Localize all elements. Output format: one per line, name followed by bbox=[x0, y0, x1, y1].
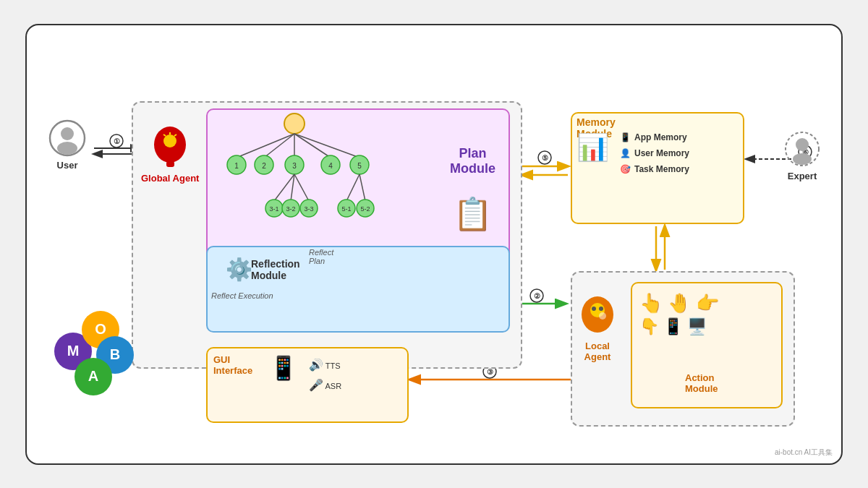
svg-text:3-1: 3-1 bbox=[269, 205, 278, 213]
svg-point-69 bbox=[599, 312, 606, 320]
memory-bars-icon: 📊 bbox=[576, 132, 609, 163]
app-memory-label: App Memory bbox=[634, 132, 687, 142]
svg-text:5: 5 bbox=[357, 162, 362, 170]
svg-line-59 bbox=[346, 174, 359, 201]
user-icon bbox=[48, 119, 86, 157]
svg-line-39 bbox=[294, 134, 359, 158]
local-agent-block: LocalAgent bbox=[575, 293, 620, 363]
reflect-plan-label: ReflectPlan bbox=[309, 248, 333, 265]
svg-point-72 bbox=[796, 138, 809, 151]
local-agent-label: LocalAgent bbox=[584, 341, 611, 363]
svg-point-29 bbox=[163, 134, 176, 147]
gui-phone-icon: 📱 bbox=[269, 354, 298, 382]
user-memory-label: User Memory bbox=[634, 148, 689, 158]
svg-point-15 bbox=[538, 151, 551, 164]
svg-point-2 bbox=[110, 134, 123, 147]
svg-line-36 bbox=[264, 134, 294, 158]
moba-circles: M O B A bbox=[47, 311, 141, 405]
gui-interface-label: GUIInterface bbox=[213, 354, 252, 377]
tts-label: TTS bbox=[326, 361, 341, 370]
global-agent-block: Global Agent bbox=[141, 123, 199, 184]
circle-a: A bbox=[75, 358, 112, 395]
memory-items-list: 📱 App Memory 👤 User Memory 🎯 Task Memory bbox=[620, 132, 689, 174]
watermark: ai-bot.cn AI工具集 bbox=[775, 448, 833, 458]
svg-text:2: 2 bbox=[262, 162, 266, 170]
gui-asr-label: 🎤 ASR bbox=[309, 378, 341, 392]
svg-text:1: 1 bbox=[234, 162, 239, 170]
svg-text:②: ② bbox=[534, 292, 540, 300]
svg-text:③: ③ bbox=[487, 368, 493, 376]
svg-point-68 bbox=[599, 307, 603, 311]
memory-app: 📱 App Memory bbox=[620, 132, 689, 142]
global-agent-label: Global Agent bbox=[141, 173, 199, 184]
expert-label: Expert bbox=[788, 171, 817, 181]
svg-point-67 bbox=[592, 307, 596, 311]
expert-icon bbox=[783, 130, 821, 168]
reflect-execution-label: Reflect Execution bbox=[211, 291, 273, 300]
svg-point-73 bbox=[793, 153, 812, 165]
user-memory-icon: 👤 bbox=[620, 148, 631, 158]
action-icons: 👆 🤚 👉 👇 📱 🖥️ bbox=[639, 292, 719, 337]
plan-icon: 📋 bbox=[453, 195, 493, 233]
action-module-label: ActionModule bbox=[685, 372, 718, 394]
svg-line-38 bbox=[294, 134, 331, 158]
svg-line-35 bbox=[237, 134, 294, 158]
svg-text:3-2: 3-2 bbox=[286, 205, 295, 213]
task-memory-icon: 🎯 bbox=[620, 164, 631, 174]
app-memory-icon: 📱 bbox=[620, 132, 631, 142]
svg-line-52 bbox=[294, 174, 309, 201]
expert-block: Expert bbox=[783, 130, 821, 181]
svg-point-26 bbox=[61, 127, 74, 140]
memory-user: 👤 User Memory bbox=[620, 148, 689, 158]
svg-text:①: ① bbox=[114, 137, 120, 145]
svg-point-5 bbox=[530, 289, 543, 302]
svg-point-27 bbox=[57, 142, 77, 155]
global-agent-icon bbox=[147, 123, 194, 170]
svg-text:5-2: 5-2 bbox=[360, 205, 370, 213]
plan-module-label: PlanModule bbox=[450, 146, 495, 177]
user-label: User bbox=[57, 160, 78, 171]
svg-text:⑤: ⑤ bbox=[542, 154, 548, 162]
svg-point-34 bbox=[284, 114, 305, 134]
task-memory-label: Task Memory bbox=[634, 164, 689, 174]
reflection-label: ReflectionModule bbox=[251, 258, 300, 281]
gui-tts-label: 🔊 TTS bbox=[309, 358, 341, 372]
svg-text:3: 3 bbox=[292, 162, 297, 170]
reflection-icon: ⚙️ bbox=[226, 257, 252, 282]
watermark-text: ai-bot.cn AI工具集 bbox=[775, 448, 833, 458]
memory-task: 🎯 Task Memory bbox=[620, 164, 689, 174]
local-agent-icon bbox=[575, 293, 620, 338]
tree-diagram: 1 2 3 4 5 3-1 3-2 3-3 5-1 5-2 bbox=[208, 111, 381, 237]
svg-text:4: 4 bbox=[328, 162, 333, 170]
svg-rect-33 bbox=[166, 161, 174, 167]
tts-speaker-icon: 🔊 bbox=[309, 359, 323, 371]
user-block: User bbox=[48, 119, 86, 171]
main-container: ① ② ③ ④ ⑤ ⑥ bbox=[25, 24, 843, 465]
svg-text:3-3: 3-3 bbox=[304, 205, 313, 213]
asr-mic-icon: 🎤 bbox=[309, 379, 323, 391]
svg-text:5-1: 5-1 bbox=[341, 205, 351, 213]
asr-label: ASR bbox=[325, 382, 341, 390]
svg-line-60 bbox=[359, 174, 365, 201]
